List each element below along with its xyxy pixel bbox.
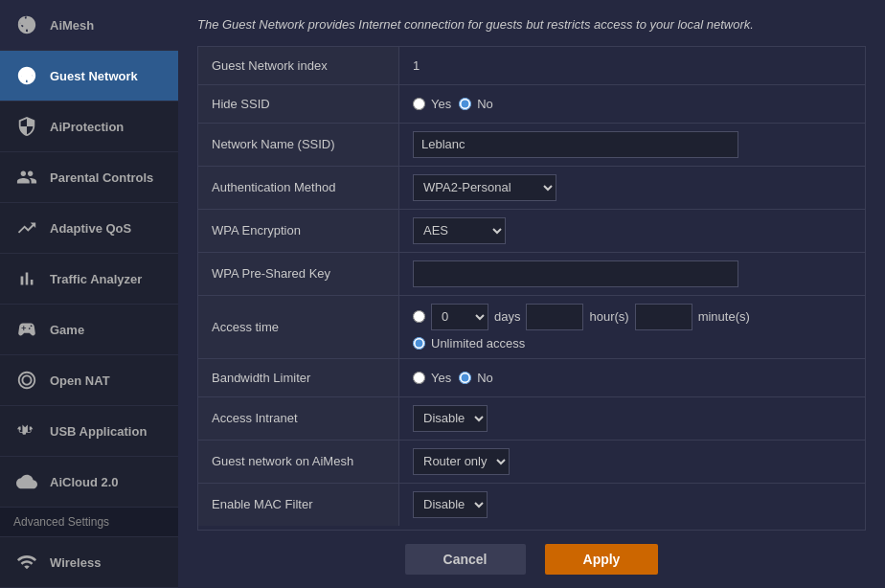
hide-ssid-no-group[interactable]: No — [459, 97, 493, 111]
nat-icon — [13, 367, 40, 394]
sidebar-item-traffic-analyzer[interactable]: Traffic Analyzer — [0, 254, 178, 305]
form-row-guest-aimesh: Guest network on AiMesh Router only All … — [198, 441, 865, 484]
sidebar-item-adaptive-qos[interactable]: Adaptive QoS — [0, 203, 178, 254]
value-auth-method: WPA2-Personal Open System WPA-Auto-Perso… — [399, 167, 865, 209]
wpa-key-input[interactable] — [413, 260, 738, 287]
form-row-auth-method: Authentication Method WPA2-Personal Open… — [198, 167, 865, 210]
value-guest-network-index: 1 — [399, 47, 865, 84]
value-access-time: 0 1 2 days hour(s) minute(s) Unli — [399, 296, 865, 358]
wifi-icon — [13, 549, 40, 576]
people-icon — [13, 164, 40, 191]
sidebar-item-open-nat[interactable]: Open NAT — [0, 355, 178, 406]
label-auth-method: Authentication Method — [198, 167, 399, 209]
access-time-limited-radio[interactable] — [413, 310, 425, 323]
hide-ssid-yes-radio[interactable] — [413, 98, 425, 110]
sidebar-label-wireless: Wireless — [50, 555, 101, 570]
access-time-hours-input[interactable] — [526, 304, 583, 330]
bandwidth-limiter-yes-label: Yes — [431, 371, 451, 385]
auth-method-select[interactable]: WPA2-Personal Open System WPA-Auto-Perso… — [413, 174, 556, 201]
bandwidth-limiter-no-label: No — [477, 371, 493, 385]
footer-buttons: Cancel Apply — [178, 531, 885, 588]
form-row-bandwidth-limiter: Bandwidth Limiter Yes No — [198, 359, 865, 397]
apply-button[interactable]: Apply — [545, 544, 659, 575]
access-time-days-select[interactable]: 0 1 2 — [431, 304, 488, 330]
access-time-unlimited-radio[interactable] — [413, 337, 425, 350]
form-row-wpa-key: WPA Pre-Shared Key — [198, 253, 865, 296]
globe-icon — [13, 62, 40, 89]
access-time-hours-label: hour(s) — [589, 309, 628, 324]
label-guest-aimesh: Guest network on AiMesh — [198, 441, 399, 483]
gamepad-icon — [13, 316, 40, 343]
sidebar-item-parental-controls[interactable]: Parental Controls — [0, 152, 178, 203]
hide-ssid-yes-group[interactable]: Yes — [413, 97, 451, 111]
form-row-network-name: Network Name (SSID) — [198, 124, 865, 167]
sidebar-item-guest-network[interactable]: Guest Network — [0, 51, 178, 102]
access-time-row: 0 1 2 days hour(s) minute(s) Unli — [413, 304, 750, 351]
hide-ssid-no-label: No — [477, 97, 493, 111]
network-name-input[interactable] — [413, 131, 738, 158]
form-row-hide-ssid: Hide SSID Yes No — [198, 85, 865, 124]
bar-chart-icon — [13, 265, 40, 292]
form-row-guest-network-index: Guest Network index 1 — [198, 47, 865, 85]
label-wpa-encryption: WPA Encryption — [198, 210, 399, 252]
bandwidth-limiter-no-radio[interactable] — [459, 372, 471, 384]
sidebar-item-game[interactable]: Game — [0, 305, 178, 355]
sidebar-label-aiprotection: AiProtection — [50, 120, 124, 134]
sidebar-label-aimesh: AiMesh — [50, 18, 94, 33]
access-intranet-select[interactable]: Disable Enable — [413, 405, 488, 432]
label-guest-network-index: Guest Network index — [198, 47, 399, 84]
value-wpa-encryption: AES TKIP AES+TKIP — [399, 210, 865, 252]
value-wpa-key — [399, 253, 865, 295]
sidebar-item-aicloud[interactable]: AiCloud 2.0 — [0, 457, 178, 508]
sidebar: AiMesh Guest Network AiProtection Parent… — [0, 0, 178, 588]
form-row-wpa-encryption: WPA Encryption AES TKIP AES+TKIP — [198, 210, 865, 253]
hide-ssid-no-radio[interactable] — [459, 98, 471, 110]
value-bandwidth-limiter: Yes No — [399, 359, 865, 396]
label-hide-ssid: Hide SSID — [198, 85, 399, 123]
access-time-line2: Unlimited access — [413, 336, 750, 351]
value-network-name — [399, 124, 865, 166]
form-row-access-intranet: Access Intranet Disable Enable — [198, 397, 865, 441]
label-mac-filter: Enable MAC Filter — [198, 484, 399, 526]
label-bandwidth-limiter: Bandwidth Limiter — [198, 359, 399, 396]
sidebar-label-open-nat: Open NAT — [50, 373, 110, 388]
sidebar-label-game: Game — [50, 323, 84, 337]
shield-icon — [13, 113, 40, 140]
access-time-days-label: days — [494, 309, 520, 324]
usb-icon — [13, 418, 40, 444]
access-time-minutes-input[interactable] — [635, 304, 692, 330]
bandwidth-limiter-yes-radio[interactable] — [413, 372, 425, 384]
form-row-mac-filter: Enable MAC Filter Disable Enable — [198, 484, 865, 526]
mac-filter-select[interactable]: Disable Enable — [413, 491, 488, 518]
access-time-minutes-label: minute(s) — [698, 309, 750, 324]
bandwidth-limiter-no-group[interactable]: No — [459, 371, 493, 385]
value-access-intranet: Disable Enable — [399, 397, 865, 440]
sidebar-item-wireless[interactable]: Wireless — [0, 537, 178, 588]
sidebar-item-aiprotection[interactable]: AiProtection — [0, 102, 178, 152]
sidebar-label-traffic-analyzer: Traffic Analyzer — [50, 272, 142, 286]
sidebar-label-adaptive-qos: Adaptive QoS — [50, 221, 131, 236]
cancel-button[interactable]: Cancel — [405, 544, 526, 575]
bandwidth-limiter-yes-group[interactable]: Yes — [413, 371, 451, 385]
sidebar-label-aicloud: AiCloud 2.0 — [50, 475, 119, 489]
value-guest-aimesh: Router only All nodes — [399, 441, 865, 483]
chart-icon — [13, 215, 40, 241]
access-time-unlimited-group[interactable]: Unlimited access — [413, 336, 525, 351]
sidebar-item-aimesh[interactable]: AiMesh — [0, 0, 178, 51]
sidebar-label-usb-application: USB Application — [50, 424, 147, 439]
label-access-time: Access time — [198, 296, 399, 358]
page-description: The Guest Network provides Internet conn… — [178, 0, 885, 46]
form-row-access-time: Access time 0 1 2 days hour(s) — [198, 296, 865, 359]
value-hide-ssid: Yes No — [399, 85, 865, 123]
cloud-icon — [13, 468, 40, 495]
label-access-intranet: Access Intranet — [198, 397, 399, 440]
sidebar-item-usb-application[interactable]: USB Application — [0, 406, 178, 457]
sidebar-label-guest-network: Guest Network — [50, 69, 138, 83]
wpa-encryption-select[interactable]: AES TKIP AES+TKIP — [413, 217, 506, 244]
hide-ssid-yes-label: Yes — [431, 97, 451, 111]
form-container: Guest Network index 1 Hide SSID Yes No N… — [197, 46, 866, 531]
sidebar-label-parental-controls: Parental Controls — [50, 170, 153, 185]
value-mac-filter: Disable Enable — [399, 484, 865, 526]
guest-aimesh-select[interactable]: Router only All nodes — [413, 448, 510, 475]
access-time-line1: 0 1 2 days hour(s) minute(s) — [413, 304, 750, 330]
